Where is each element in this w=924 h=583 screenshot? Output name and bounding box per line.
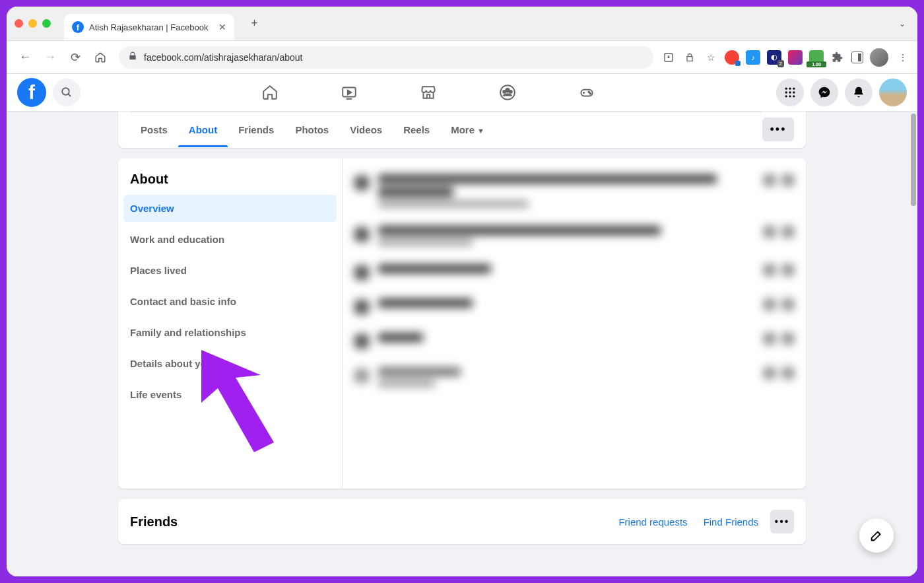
close-tab-button[interactable]: ✕ bbox=[218, 22, 226, 32]
svg-point-1 bbox=[62, 88, 69, 95]
home-button[interactable] bbox=[90, 47, 111, 68]
browser-tab-bar: f Atish Rajasekharan | Facebook ✕ + ⌄ bbox=[7, 7, 917, 41]
new-tab-button[interactable]: + bbox=[245, 15, 263, 33]
install-pwa-icon[interactable] bbox=[661, 50, 676, 65]
extensions-menu-icon[interactable] bbox=[830, 50, 845, 65]
header-right-actions bbox=[776, 79, 907, 106]
extension-icon-4[interactable] bbox=[788, 50, 803, 65]
svg-point-9 bbox=[590, 93, 591, 94]
svg-point-4 bbox=[506, 88, 509, 92]
svg-point-17 bbox=[789, 95, 791, 97]
tab-posts[interactable]: Posts bbox=[130, 112, 178, 147]
url-text: facebook.com/atishrajasekharan/about bbox=[144, 52, 302, 63]
about-nav-places[interactable]: Places lived bbox=[123, 257, 337, 284]
nav-marketplace-icon[interactable] bbox=[391, 76, 465, 109]
extension-icon-5[interactable]: 1.00 bbox=[809, 50, 824, 65]
nav-watch-icon[interactable] bbox=[312, 76, 386, 109]
svg-point-18 bbox=[793, 95, 795, 97]
messenger-icon[interactable] bbox=[810, 79, 838, 106]
top-navigation bbox=[81, 76, 776, 109]
nav-gaming-icon[interactable] bbox=[550, 76, 624, 109]
extension-icon-3[interactable]: ◐2 bbox=[767, 50, 781, 65]
forward-button[interactable]: → bbox=[40, 47, 61, 68]
maximize-window-button[interactable] bbox=[42, 19, 51, 28]
facebook-header: f bbox=[7, 74, 917, 111]
svg-point-15 bbox=[793, 91, 795, 93]
page-content: Posts About Friends Photos Videos Reels … bbox=[7, 111, 917, 576]
friends-heading: Friends bbox=[130, 514, 603, 530]
close-window-button[interactable] bbox=[15, 19, 23, 28]
about-nav-overview[interactable]: Overview bbox=[123, 195, 337, 222]
svg-point-6 bbox=[510, 90, 512, 93]
tab-list-button[interactable]: ⌄ bbox=[895, 15, 909, 32]
share-icon[interactable] bbox=[682, 50, 697, 65]
svg-point-14 bbox=[789, 91, 791, 93]
scrollbar[interactable] bbox=[908, 111, 917, 576]
notifications-icon[interactable] bbox=[845, 79, 873, 106]
profile-tabs-bar: Posts About Friends Photos Videos Reels … bbox=[118, 111, 806, 148]
lock-icon bbox=[128, 51, 137, 63]
menu-grid-icon[interactable] bbox=[776, 79, 804, 106]
about-nav-life[interactable]: Life events bbox=[123, 381, 337, 408]
tab-friends[interactable]: Friends bbox=[228, 112, 284, 147]
tab-title: Atish Rajasekharan | Facebook bbox=[89, 22, 208, 32]
find-friends-link[interactable]: Find Friends bbox=[704, 516, 758, 528]
svg-point-8 bbox=[588, 92, 589, 93]
facebook-favicon: f bbox=[72, 21, 84, 33]
nav-groups-icon[interactable] bbox=[471, 76, 544, 109]
friends-card: Friends Friend requests Find Friends ••• bbox=[118, 499, 806, 544]
friends-more-button[interactable]: ••• bbox=[770, 510, 794, 533]
svg-point-13 bbox=[785, 91, 787, 93]
side-panel-icon[interactable] bbox=[851, 51, 863, 63]
toolbar-actions: ☆ ♪ ◐2 1.00 ⋮ bbox=[661, 48, 909, 67]
extension-icon-1[interactable] bbox=[725, 50, 739, 65]
profile-actions-button[interactable]: ••• bbox=[762, 118, 794, 141]
browser-menu-button[interactable]: ⋮ bbox=[895, 50, 909, 65]
svg-point-5 bbox=[503, 90, 506, 93]
tab-reels[interactable]: Reels bbox=[393, 112, 440, 147]
edit-fab-button[interactable] bbox=[859, 518, 894, 553]
minimize-window-button[interactable] bbox=[28, 19, 37, 28]
nav-home-icon[interactable] bbox=[233, 76, 307, 109]
browser-profile-avatar[interactable] bbox=[870, 48, 888, 67]
back-button[interactable]: ← bbox=[15, 47, 36, 68]
chevron-down-icon: ▼ bbox=[477, 127, 484, 135]
tab-about[interactable]: About bbox=[178, 112, 228, 147]
svg-point-16 bbox=[785, 95, 787, 97]
svg-point-11 bbox=[789, 88, 791, 90]
svg-point-12 bbox=[793, 88, 795, 90]
about-nav-details[interactable]: Details about you bbox=[123, 350, 337, 377]
window-controls bbox=[15, 19, 51, 28]
reload-button[interactable]: ⟳ bbox=[65, 47, 86, 68]
address-bar: ← → ⟳ facebook.com/atishrajasekharan/abo… bbox=[7, 41, 917, 74]
about-nav-contact[interactable]: Contact and basic info bbox=[123, 288, 337, 315]
url-input[interactable]: facebook.com/atishrajasekharan/about bbox=[119, 46, 653, 69]
bookmark-star-icon[interactable]: ☆ bbox=[704, 50, 718, 65]
tab-photos[interactable]: Photos bbox=[284, 112, 339, 147]
about-overview-content bbox=[343, 158, 806, 489]
about-card: About Overview Work and education Places… bbox=[118, 158, 806, 489]
about-nav-work[interactable]: Work and education bbox=[123, 226, 337, 253]
search-button[interactable] bbox=[53, 79, 81, 106]
about-sidebar: About Overview Work and education Places… bbox=[118, 158, 343, 489]
browser-tab[interactable]: f Atish Rajasekharan | Facebook ✕ bbox=[64, 14, 234, 40]
extension-icon-2[interactable]: ♪ bbox=[746, 50, 760, 65]
tab-videos[interactable]: Videos bbox=[339, 112, 393, 147]
friend-requests-link[interactable]: Friend requests bbox=[618, 516, 687, 528]
account-avatar[interactable] bbox=[879, 79, 907, 106]
about-heading: About bbox=[123, 169, 337, 195]
about-nav-family[interactable]: Family and relationships bbox=[123, 319, 337, 346]
svg-point-10 bbox=[785, 88, 787, 90]
facebook-logo[interactable]: f bbox=[17, 78, 46, 107]
tab-more[interactable]: More▼ bbox=[440, 112, 495, 147]
